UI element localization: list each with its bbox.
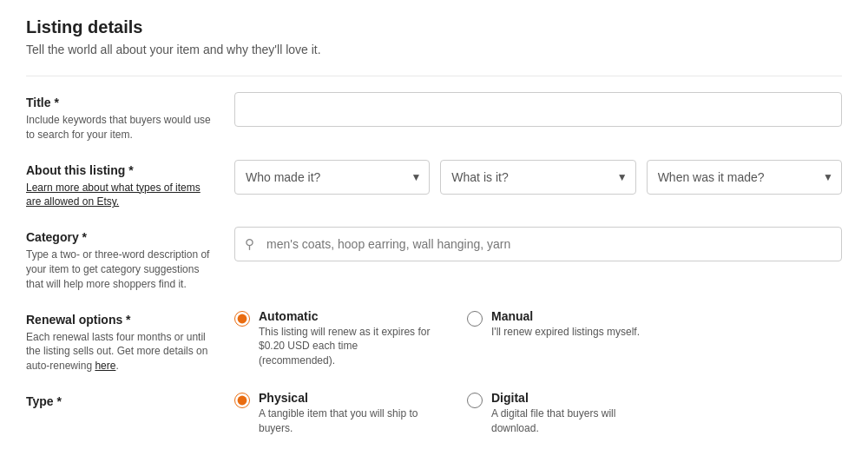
renewal-manual-desc: I'll renew expired listings myself. bbox=[491, 325, 640, 340]
type-digital-label-group: Digital A digital file that buyers will … bbox=[491, 391, 665, 436]
renewal-label: Renewal options bbox=[26, 313, 217, 327]
renewal-manual-label: Manual bbox=[491, 309, 640, 323]
what-is-it-select[interactable]: What is it? bbox=[440, 160, 635, 195]
category-row: Category Type a two- or three-word descr… bbox=[26, 227, 842, 291]
title-label-col: Title Include keywords that buyers would… bbox=[26, 92, 234, 142]
title-hint: Include keywords that buyers would use t… bbox=[26, 113, 217, 142]
category-field-col: ⚲ bbox=[234, 227, 842, 261]
type-physical-option: Physical A tangible item that you will s… bbox=[234, 391, 432, 436]
about-hint-link[interactable]: Learn more about what types of items are… bbox=[26, 182, 201, 208]
type-physical-desc: A tangible item that you will ship to bu… bbox=[259, 406, 432, 436]
type-radio-group: Physical A tangible item that you will s… bbox=[234, 391, 842, 436]
category-label-col: Category Type a two- or three-word descr… bbox=[26, 227, 234, 291]
title-label: Title bbox=[26, 96, 217, 109]
type-physical-label: Physical bbox=[259, 391, 432, 405]
type-physical-radio[interactable] bbox=[234, 393, 250, 408]
who-made-it-wrapper: Who made it? ▼ bbox=[234, 160, 430, 195]
renewal-label-col: Renewal options Each renewal lasts four … bbox=[26, 309, 234, 373]
divider bbox=[26, 76, 842, 76]
about-field-col: Who made it? ▼ What is it? ▼ When was it… bbox=[234, 160, 842, 195]
renewal-field-col: Automatic This listing will renew as it … bbox=[234, 309, 842, 368]
renewal-hint: Each renewal lasts four months or until … bbox=[26, 330, 217, 373]
type-digital-label: Digital bbox=[491, 391, 665, 405]
renewal-automatic-radio[interactable] bbox=[234, 311, 250, 327]
about-hint: Learn more about what types of items are… bbox=[26, 181, 217, 210]
category-hint: Type a two- or three-word description of… bbox=[26, 248, 217, 291]
renewal-automatic-label: Automatic bbox=[259, 309, 432, 323]
main-content: Listing details Tell the world all about… bbox=[0, 0, 868, 456]
type-row: Type Physical A tangible item that you w… bbox=[26, 391, 842, 436]
type-digital-desc: A digital file that buyers will download… bbox=[491, 406, 665, 436]
title-field-col bbox=[234, 92, 842, 127]
title-input[interactable] bbox=[234, 92, 842, 127]
renewal-row: Renewal options Each renewal lasts four … bbox=[26, 309, 842, 373]
renewal-manual-radio[interactable] bbox=[467, 311, 483, 327]
who-made-it-select[interactable]: Who made it? bbox=[234, 160, 430, 195]
type-label: Type bbox=[26, 394, 217, 408]
type-physical-label-group: Physical A tangible item that you will s… bbox=[259, 391, 432, 436]
renewal-automatic-label-group: Automatic This listing will renew as it … bbox=[259, 309, 432, 368]
category-search-wrapper: ⚲ bbox=[234, 227, 842, 261]
section-subtitle: Tell the world all about your item and w… bbox=[26, 43, 842, 56]
about-label: About this listing bbox=[26, 163, 217, 177]
renewal-radio-group: Automatic This listing will renew as it … bbox=[234, 309, 842, 368]
category-input[interactable] bbox=[234, 227, 842, 261]
renewal-automatic-option: Automatic This listing will renew as it … bbox=[234, 309, 432, 368]
type-label-col: Type bbox=[26, 391, 234, 412]
what-is-it-wrapper: What is it? ▼ bbox=[440, 160, 635, 195]
renewal-automatic-desc: This listing will renew as it expires fo… bbox=[259, 325, 432, 368]
type-field-col: Physical A tangible item that you will s… bbox=[234, 391, 842, 436]
about-row: About this listing Learn more about what… bbox=[26, 160, 842, 210]
about-selects: Who made it? ▼ What is it? ▼ When was it… bbox=[234, 160, 842, 195]
about-label-col: About this listing Learn more about what… bbox=[26, 160, 234, 210]
when-made-wrapper: When was it made? ▼ bbox=[647, 160, 842, 195]
renewal-hint-link[interactable]: here bbox=[95, 360, 115, 372]
renewal-manual-label-group: Manual I'll renew expired listings mysel… bbox=[491, 309, 640, 340]
renewal-manual-option: Manual I'll renew expired listings mysel… bbox=[467, 309, 640, 340]
section-title: Listing details bbox=[26, 17, 842, 37]
when-made-select[interactable]: When was it made? bbox=[647, 160, 842, 195]
type-digital-option: Digital A digital file that buyers will … bbox=[467, 391, 665, 436]
title-row: Title Include keywords that buyers would… bbox=[26, 92, 842, 142]
category-label: Category bbox=[26, 230, 217, 244]
page-wrapper: Listing details Tell the world all about… bbox=[0, 0, 868, 456]
type-digital-radio[interactable] bbox=[467, 393, 483, 408]
